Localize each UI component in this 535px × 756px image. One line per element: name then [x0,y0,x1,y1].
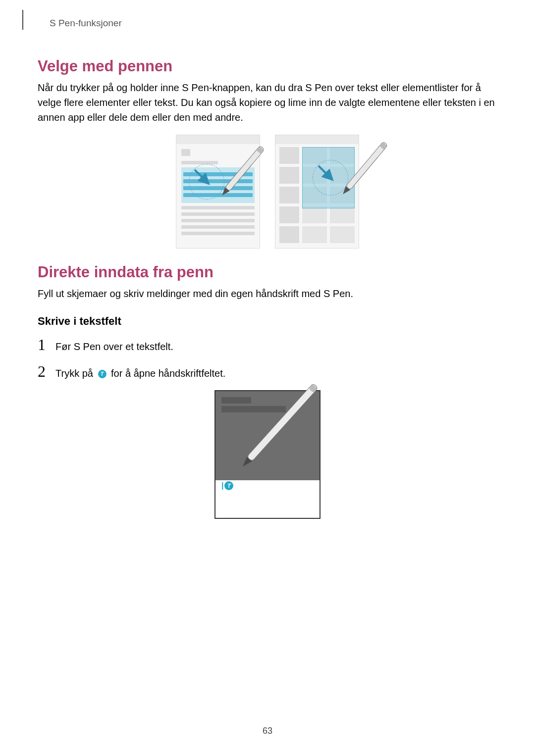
figure-select-illustrations [38,135,497,249]
step-text-pre: Trykk på [55,368,96,379]
section-heading-select-with-pen: Velge med pennen [38,57,497,75]
section-heading-direct-pen-input: Direkte inndata fra penn [38,263,497,281]
page-number: 63 [263,726,272,736]
section-body: Fyll ut skjemaer og skriv meldinger med … [38,286,497,301]
step-item: 2 Trykk på T for å åpne håndskriftfeltet… [38,363,497,380]
steps-list: 1 Før S Pen over et tekstfelt. 2 Trykk p… [38,337,497,380]
step-number: 1 [38,337,52,353]
step-text: Før S Pen over et tekstfelt. [55,340,173,353]
step-number: 2 [38,363,52,379]
svg-rect-1 [225,146,265,191]
subheading-write-in-text-field: Skrive i tekstfelt [38,315,497,328]
svg-rect-5 [346,142,388,190]
step-text: Trykk på T for å åpne håndskriftfeltet. [55,366,225,380]
s-pen-icon [206,140,275,209]
section-body: Når du trykker på og holder inne S Pen-k… [38,80,497,125]
svg-rect-8 [247,384,318,461]
document-page: S Pen-funksjoner Velge med pennen Når du… [0,0,535,756]
handwriting-badge-icon: T [98,370,107,378]
figure-direct-input: | T [38,390,497,519]
s-pen-icon [327,138,402,212]
device-illustration: | T [214,390,321,519]
illustration-grid-select [275,135,359,249]
illustration-text-select [176,135,260,249]
step-text-post: for å åpne håndskriftfeltet. [108,368,226,379]
page-content: Velge med pennen Når du trykker på og ho… [38,19,497,519]
header-rule [22,10,23,30]
s-pen-icon [218,384,327,488]
step-item: 1 Før S Pen over et tekstfelt. [38,337,497,353]
chapter-title: S Pen-funksjoner [50,18,122,29]
